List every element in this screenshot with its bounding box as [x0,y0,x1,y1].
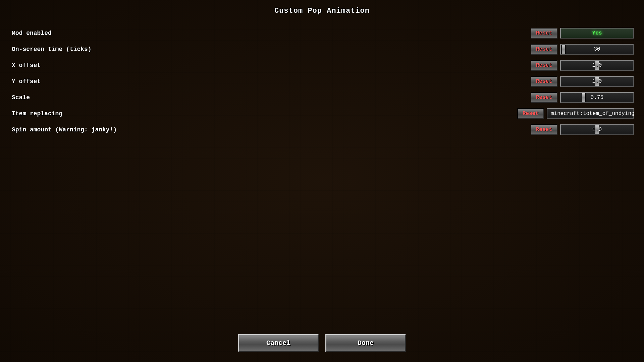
setting-row-mod-enabled: Mod enabled Reset Yes [10,25,634,41]
page-title: Custom Pop Animation [274,7,370,15]
done-button[interactable]: Done [325,334,406,352]
setting-label-y-offset: Y offset [10,78,531,85]
setting-label-mod-enabled: Mod enabled [10,30,531,37]
slider-handle-y-offset [595,77,599,86]
setting-row-x-offset: X offset Reset 1.0 [10,57,634,73]
setting-label-x-offset: X offset [10,62,531,69]
slider-track-scale [560,92,634,103]
settings-area: Mod enabled Reset Yes On-screen time (ti… [0,18,644,327]
value-field-item-replacing[interactable]: minecraft:totem_of_undying [547,108,634,119]
slider-handle-on-screen-time [561,45,566,54]
setting-row-spin-amount: Spin amount (Warning: janky!) Reset 1.0 [10,122,634,138]
slider-container-on-screen-time[interactable]: 30 [560,44,634,55]
setting-row-item-replacing: Item replacing Reset minecraft:totem_of_… [10,106,634,122]
setting-row-y-offset: Y offset Reset 1.0 [10,73,634,89]
setting-controls-x-offset: Reset 1.0 [531,60,634,71]
setting-label-spin-amount: Spin amount (Warning: janky!) [10,126,531,133]
reset-button-item-replacing[interactable]: Reset [517,108,544,119]
setting-controls-scale: Reset 0.75 [531,92,634,103]
setting-controls-y-offset: Reset 1.0 [531,76,634,87]
title-area: Custom Pop Animation [0,0,644,18]
slider-container-x-offset[interactable]: 1.0 [560,60,634,71]
setting-label-item-replacing: Item replacing [10,110,517,117]
reset-button-spin-amount[interactable]: Reset [531,124,557,135]
slider-handle-spin-amount [595,125,599,134]
slider-container-scale[interactable]: 0.75 [560,92,634,103]
cancel-button[interactable]: Cancel [238,334,319,352]
setting-row-on-screen-time: On-screen time (ticks) Reset 30 [10,41,634,57]
setting-controls-mod-enabled: Reset Yes [531,28,634,39]
slider-handle-x-offset [595,61,599,70]
setting-row-scale: Scale Reset 0.75 [10,89,634,106]
setting-controls-item-replacing: Reset minecraft:totem_of_undying [517,108,634,119]
reset-button-y-offset[interactable]: Reset [531,76,557,87]
value-toggle-mod-enabled[interactable]: Yes [560,28,634,39]
reset-button-x-offset[interactable]: Reset [531,60,557,71]
page-container: Custom Pop Animation Mod enabled Reset Y… [0,0,644,362]
setting-label-on-screen-time: On-screen time (ticks) [10,46,531,53]
setting-controls-on-screen-time: Reset 30 [531,44,634,55]
slider-container-y-offset[interactable]: 1.0 [560,76,634,87]
slider-container-spin-amount[interactable]: 1.0 [560,124,634,135]
bottom-buttons: Cancel Done [0,327,644,362]
slider-handle-scale [582,93,586,102]
reset-button-on-screen-time[interactable]: Reset [531,44,557,55]
setting-label-scale: Scale [10,94,531,101]
reset-button-scale[interactable]: Reset [531,92,557,103]
slider-track-on-screen-time [560,44,634,55]
setting-controls-spin-amount: Reset 1.0 [531,124,634,135]
reset-button-mod-enabled[interactable]: Reset [531,28,557,39]
